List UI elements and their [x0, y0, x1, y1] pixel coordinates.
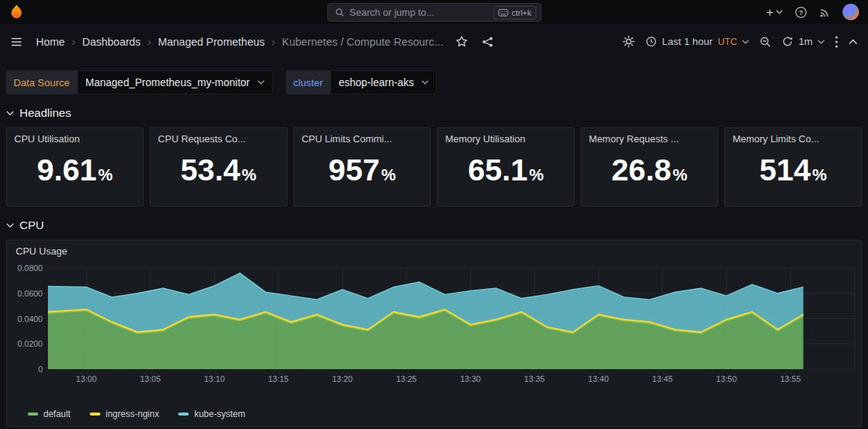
refresh-picker[interactable]: 1m — [782, 36, 825, 47]
y-tick-label: 0.0800 — [17, 264, 43, 273]
stat-value: 53.4% — [151, 144, 287, 198]
stat-unit: % — [381, 165, 396, 185]
zoom-out-icon — [759, 36, 771, 48]
section-headlines-toggle[interactable]: Headlines — [0, 94, 868, 127]
stat-panel-cpu-requests[interactable]: CPU Requests Co... 53.4% — [150, 127, 288, 207]
global-search[interactable]: ctrl+k — [327, 3, 541, 22]
star-icon[interactable] — [455, 35, 468, 48]
stat-value: 957% — [294, 144, 431, 198]
refresh-icon — [782, 36, 793, 47]
datasource-variable: Data Source Managed_Prometheus_my-monito… — [6, 70, 273, 94]
search-input[interactable] — [350, 7, 488, 18]
x-tick-label: 13:30 — [460, 374, 481, 383]
y-tick-label: 0.0600 — [17, 289, 43, 298]
caret-down-icon — [422, 80, 428, 85]
settings-button[interactable] — [622, 35, 635, 48]
stat-title: Memory Limits Co... — [725, 128, 861, 144]
chevron-down-icon — [6, 223, 14, 228]
x-tick-label: 13:05 — [140, 374, 161, 383]
legend-swatch — [28, 413, 38, 416]
stat-number: 957 — [329, 155, 380, 186]
zoom-out-button[interactable] — [759, 36, 771, 48]
search-shortcut-label: ctrl+k — [512, 8, 532, 17]
breadcrumb-dashboards[interactable]: Dashboards — [82, 36, 141, 48]
stat-title: CPU Utilisation — [7, 128, 143, 144]
collapse-toolbar-chevron-up-icon[interactable] — [849, 39, 858, 45]
chart-wrap: 13:0013:0513:1013:1513:2013:2513:3013:35… — [7, 259, 861, 406]
cluster-variable-label: cluster — [286, 70, 331, 94]
stat-unit: % — [812, 165, 827, 185]
stat-panel-memory-limits[interactable]: Memory Limits Co... 514% — [724, 127, 862, 207]
stat-unit: % — [242, 165, 257, 185]
time-range-picker[interactable]: Last 1 hour UTC — [646, 36, 749, 47]
stat-number: 9.61 — [37, 155, 97, 186]
search-icon — [335, 7, 345, 17]
search-shortcut-chip: ctrl+k — [494, 6, 536, 19]
stat-unit: % — [98, 165, 113, 185]
y-tick-label: 0 — [38, 365, 43, 374]
caret-down-icon — [776, 10, 783, 14]
chevron-down-icon — [6, 111, 14, 116]
help-icon[interactable]: ? — [795, 6, 807, 19]
stat-panel-cpu-utilisation[interactable]: CPU Utilisation 9.61% — [6, 127, 144, 207]
stat-title: CPU Requests Co... — [151, 128, 287, 144]
x-tick-label: 13:00 — [76, 374, 97, 383]
legend-item-ingress-nginx[interactable]: ingress-nginx — [90, 409, 159, 419]
timezone-label: UTC — [718, 37, 738, 47]
stat-value: 65.1% — [437, 144, 574, 198]
stat-value: 26.8% — [581, 144, 717, 198]
breadcrumb-managed-prometheus[interactable]: Managed Prometheus — [158, 36, 265, 48]
grafana-logo[interactable] — [9, 4, 24, 20]
kebab-menu-icon[interactable] — [835, 36, 838, 48]
stat-number: 514 — [759, 155, 810, 186]
legend-label: kube-system — [194, 409, 245, 419]
share-icon[interactable] — [482, 36, 494, 48]
x-tick-label: 13:55 — [780, 374, 801, 383]
keyboard-icon — [498, 9, 509, 16]
y-tick-label: 0.0200 — [17, 339, 43, 348]
refresh-interval-label: 1m — [798, 36, 813, 47]
y-tick-label: 0.0400 — [17, 314, 43, 323]
x-tick-label: 13:25 — [396, 374, 417, 383]
legend-item-default[interactable]: default — [28, 409, 70, 419]
top-chrome-bar: ctrl+k + ? — [0, 0, 868, 24]
toolbar-right: Last 1 hour UTC 1m — [622, 35, 858, 48]
template-variables-row: Data Source Managed_Prometheus_my-monito… — [0, 60, 868, 94]
stat-unit: % — [529, 165, 544, 185]
datasource-variable-value: Managed_Prometheus_my-monitor — [85, 76, 249, 88]
new-menu-button[interactable]: + — [766, 6, 783, 19]
headlines-stats-row: CPU Utilisation 9.61% CPU Requests Co...… — [0, 127, 868, 207]
news-icon[interactable] — [819, 7, 831, 18]
section-headlines-title: Headlines — [19, 106, 71, 120]
datasource-variable-select[interactable]: Managed_Prometheus_my-monitor — [77, 70, 272, 94]
user-avatar[interactable] — [843, 4, 859, 20]
cpu-usage-chart[interactable]: 13:0013:0513:1013:1513:2013:2513:3013:35… — [7, 259, 861, 406]
stat-panel-cpu-limits[interactable]: CPU Limits Commi... 957% — [294, 127, 431, 207]
x-tick-label: 13:35 — [524, 374, 545, 383]
chevron-right-separator: › — [72, 35, 76, 48]
chevron-right-separator: › — [272, 35, 276, 48]
breadcrumb-home[interactable]: Home — [36, 36, 65, 48]
caret-down-icon — [742, 40, 749, 44]
cluster-variable-select[interactable]: eshop-learn-aks — [330, 70, 436, 94]
stat-panel-memory-utilisation[interactable]: Memory Utilisation 65.1% — [437, 127, 574, 207]
section-cpu-toggle[interactable]: CPU — [0, 207, 868, 240]
stat-number: 26.8 — [612, 155, 672, 186]
stat-panel-memory-requests[interactable]: Memory Requests ... 26.8% — [580, 127, 718, 207]
stat-value: 514% — [725, 144, 861, 198]
panel-title: CPU Usage — [7, 240, 861, 259]
dashboard-toolbar: Home › Dashboards › Managed Prometheus ›… — [0, 24, 868, 60]
plus-icon: + — [766, 6, 774, 19]
menu-icon[interactable] — [10, 36, 22, 48]
top-actions: + ? — [766, 4, 859, 20]
x-tick-label: 13:45 — [652, 374, 673, 383]
cluster-variable-value: eshop-learn-aks — [339, 76, 413, 88]
stat-value: 9.61% — [7, 144, 143, 198]
clock-icon — [646, 36, 657, 47]
legend-item-kube-system[interactable]: kube-system — [178, 409, 245, 419]
svg-text:?: ? — [799, 7, 804, 16]
datasource-variable-label: Data Source — [6, 70, 77, 94]
cpu-usage-panel: CPU Usage 13:0013:0513:1013:1513:2013:25… — [6, 240, 862, 427]
x-tick-label: 13:50 — [716, 374, 737, 383]
breadcrumb: Home › Dashboards › Managed Prometheus ›… — [36, 35, 443, 48]
